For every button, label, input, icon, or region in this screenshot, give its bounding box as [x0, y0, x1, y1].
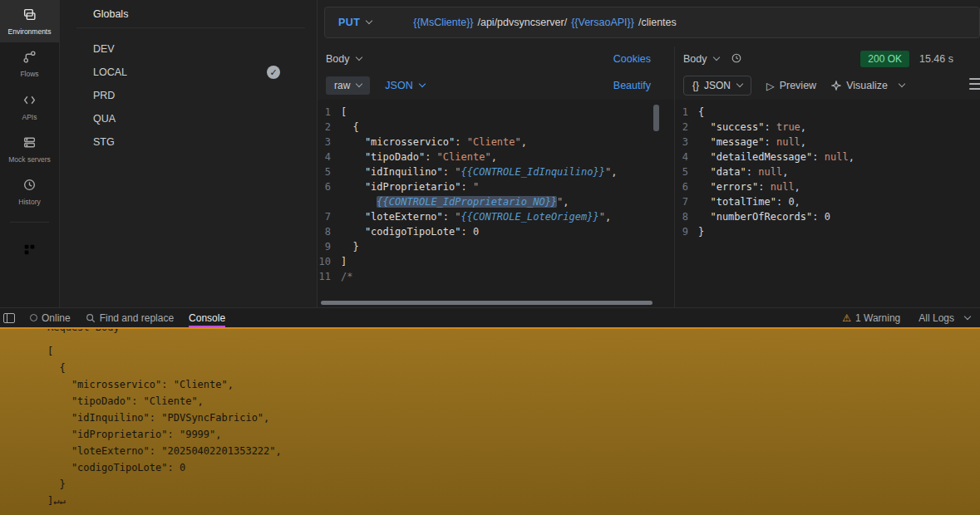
code-line: 3 "message": null, — [675, 135, 980, 150]
warnings-filter[interactable]: ⚠ 1 Warning — [842, 312, 900, 324]
chevron-down-icon — [736, 81, 743, 87]
footer-status-bar: Online Find and replace Console ⚠ 1 Warn… — [0, 307, 980, 327]
flows-icon — [22, 50, 37, 66]
response-body-dropdown[interactable]: Body — [683, 53, 719, 65]
sidebar-item-apis[interactable]: APIs — [0, 86, 59, 128]
code-line: 7 "totalTime": 0, — [675, 194, 980, 209]
active-environment-check-icon[interactable]: ✓ — [267, 66, 280, 79]
env-item-label: LOCAL — [93, 66, 127, 78]
response-options-icon[interactable] — [969, 78, 980, 90]
apis-icon — [22, 93, 37, 110]
code-line: 1{ — [675, 105, 980, 120]
url-path: /api/pdvsyncserver/ — [477, 17, 567, 28]
chevron-down-icon — [418, 81, 425, 87]
console-label: Console — [189, 312, 225, 324]
env-item-dev[interactable]: DEV — [60, 37, 317, 61]
warnings-label: 1 Warning — [855, 312, 900, 324]
console-log-panel[interactable]: Request Body [ { "microsservico": "Clien… — [0, 327, 980, 515]
chevron-down-icon — [355, 54, 362, 61]
url-path: /clientes — [638, 17, 677, 28]
globals-item[interactable]: Globals — [60, 0, 317, 27]
response-format-dropdown[interactable]: {} JSON — [683, 76, 751, 96]
sparkle-icon — [831, 81, 841, 91]
env-item-prd[interactable]: PRD — [60, 84, 317, 107]
response-history-icon[interactable] — [731, 52, 742, 66]
url-variable: {{VersaoAPI}} — [571, 17, 634, 28]
vertical-scrollbar[interactable] — [653, 105, 659, 131]
search-icon — [86, 313, 96, 323]
env-item-qua[interactable]: QUA — [60, 107, 317, 130]
online-status[interactable]: Online — [30, 308, 71, 327]
code-line: 2 "success": true, — [675, 120, 980, 135]
mock-servers-icon — [22, 135, 37, 152]
code-line: 8 "codigoTipoLote": 0 — [318, 224, 674, 239]
format-label: JSON — [704, 80, 731, 91]
request-url-bar: PUT {{MsCliente}} /api/pdvsyncserver/ {{… — [324, 7, 980, 38]
code-line: 11/* — [318, 269, 674, 284]
all-logs-dropdown[interactable]: All Logs — [918, 312, 970, 324]
code-line: {{CONTROLE_IdProprietario_NO}}", — [318, 194, 674, 209]
response-pane: Body 200 OK 15.46 s {} JSON — [675, 47, 980, 307]
env-item-stg[interactable]: STG — [60, 130, 317, 154]
environments-icon — [22, 7, 37, 24]
sidebar-item-label: Mock servers — [8, 156, 51, 164]
code-line: 9} — [675, 224, 980, 239]
method-label: PUT — [338, 17, 360, 28]
code-line: 5 "idInquilino": "{{CONTROLE_IdInquilino… — [318, 164, 674, 179]
language-label: JSON — [385, 80, 412, 91]
horizontal-scrollbar[interactable] — [321, 301, 653, 305]
cookies-link[interactable]: Cookies — [613, 53, 651, 65]
response-body-viewer[interactable]: 1{2 "success": true,3 "message": null,4 … — [675, 100, 980, 307]
body-type-dropdown[interactable]: raw — [326, 76, 370, 95]
preview-label: Preview — [780, 80, 816, 91]
url-input[interactable]: {{MsCliente}} /api/pdvsyncserver/ {{Vers… — [413, 17, 677, 28]
sidebar-item-mock-servers[interactable]: Mock servers — [0, 128, 59, 170]
code-line: 6 "errors": null, — [675, 179, 980, 194]
method-dropdown[interactable]: PUT — [325, 17, 385, 28]
env-item-label: QUA — [93, 113, 116, 125]
console-tab[interactable]: Console — [189, 308, 225, 327]
request-body-editor[interactable]: 1[2 {3 "microsservico": "Cliente",4 "tip… — [318, 100, 674, 307]
postman-app-window: Environments Flows APIs Mock servers His… — [0, 0, 980, 515]
code-line: 4 "tipoDado": "Cliente", — [318, 150, 674, 164]
chevron-down-icon — [899, 81, 905, 87]
code-line: 10] — [318, 254, 674, 269]
visualize-button[interactable]: Visualize — [831, 80, 904, 91]
sidebar-item-label: APIs — [22, 114, 37, 121]
code-line: 1[ — [318, 105, 674, 120]
play-icon: ▷ — [766, 80, 775, 92]
chevron-down-icon — [712, 54, 719, 61]
preview-button[interactable]: ▷ Preview — [766, 80, 816, 92]
chevron-down-icon — [366, 17, 372, 24]
warning-icon: ⚠ — [842, 312, 851, 324]
configure-workbench-icon[interactable] — [22, 243, 37, 259]
primary-sidebar: Environments Flows APIs Mock servers His… — [0, 0, 60, 307]
env-item-local[interactable]: LOCAL ✓ — [60, 61, 317, 84]
sidebar-item-environments[interactable]: Environments — [0, 0, 59, 42]
find-and-replace-button[interactable]: Find and replace — [86, 308, 174, 327]
request-builder: PUT {{MsCliente}} /api/pdvsyncserver/ {{… — [318, 0, 980, 307]
globals-label: Globals — [93, 8, 128, 20]
code-line: 4 "detailedMessage": null, — [675, 150, 980, 164]
beautify-button[interactable]: Beautify — [613, 80, 651, 91]
online-label: Online — [42, 312, 71, 324]
braces-icon: {} — [692, 80, 699, 91]
request-body-dropdown[interactable]: Body — [326, 53, 362, 65]
response-body-label: Body — [683, 53, 707, 65]
code-line: 2 { — [318, 120, 674, 135]
body-label: Body — [326, 53, 350, 65]
response-time: 15.46 s — [919, 53, 953, 65]
visualize-label: Visualize — [846, 80, 888, 91]
toggle-panel-icon[interactable] — [3, 313, 15, 323]
url-variable: {{MsCliente}} — [413, 17, 473, 28]
raw-label: raw — [334, 80, 350, 91]
code-line: 6 "idProprietario": " — [318, 179, 674, 194]
environments-panel: Globals DEV LOCAL ✓ PRD QUA STG — [60, 0, 318, 307]
status-badge: 200 OK — [860, 51, 909, 67]
language-dropdown[interactable]: JSON — [385, 80, 424, 91]
sidebar-item-flows[interactable]: Flows — [0, 42, 59, 85]
request-body-pane: Body Cookies raw JSON — [318, 47, 675, 307]
history-icon — [22, 178, 37, 194]
all-logs-label: All Logs — [918, 312, 954, 324]
sidebar-item-history[interactable]: History — [0, 170, 59, 213]
